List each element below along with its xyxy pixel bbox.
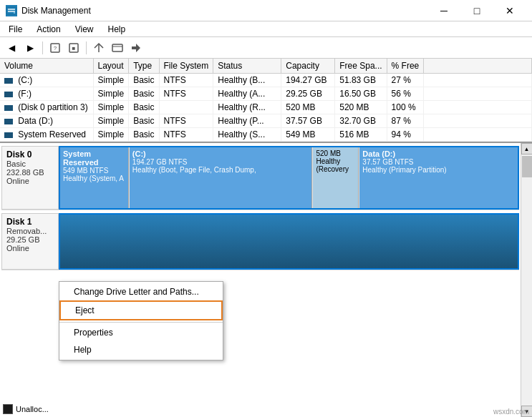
- disk1-label: Disk 1 Removab... 29.25 GB Online: [1, 213, 59, 270]
- scrollbar[interactable]: ▲ ▼: [521, 143, 532, 417]
- svg-rect-8: [112, 44, 122, 51]
- disk0-row: Disk 0 Basic 232.88 GB Online System Res…: [1, 146, 519, 210]
- part-d-name: Data (D:): [362, 149, 515, 158]
- cell-free: 51.83 GB: [335, 74, 387, 87]
- cell-status: Healthy (S...: [213, 128, 281, 142]
- table-row[interactable]: (C:) Simple Basic NTFS Healthy (B... 194…: [0, 74, 532, 87]
- part-sysreserved-name: System Reserved: [63, 149, 125, 167]
- cell-extra: [424, 114, 532, 128]
- toolbar-btn1[interactable]: ?: [47, 39, 64, 57]
- disk0-name: Disk 0: [6, 149, 54, 160]
- disk1-status: Online: [6, 244, 54, 252]
- ctx-eject[interactable]: Eject: [59, 300, 223, 320]
- disk0-label: Disk 0 Basic 232.88 GB Online: [1, 146, 59, 210]
- col-capacity[interactable]: Capacity: [281, 59, 335, 74]
- toolbar-btn4[interactable]: [109, 39, 126, 57]
- disk1-type: Removab...: [6, 227, 54, 235]
- scroll-thumb[interactable]: [522, 156, 532, 177]
- ctx-properties[interactable]: Properties: [59, 324, 223, 341]
- ctx-help[interactable]: Help: [59, 341, 223, 358]
- part-c-size: 194.27 GB NTFS: [132, 158, 309, 166]
- cell-status: Healthy (B...: [213, 74, 281, 87]
- part-sysreserved-status: Healthy (System, A: [63, 175, 125, 182]
- partition-d[interactable]: Data (D:) 37.57 GB NTFS Healthy (Primary…: [359, 147, 518, 208]
- cell-extra: [424, 74, 532, 87]
- cell-pct: 27 %: [387, 74, 424, 87]
- toolbar-btn5[interactable]: [127, 39, 145, 57]
- menu-action[interactable]: Action: [31, 23, 66, 36]
- legend-area: Unalloc...: [3, 404, 49, 414]
- maximize-button[interactable]: □: [460, 0, 493, 21]
- part-c-name: (C:): [132, 149, 309, 158]
- disk1-size: 29.25 GB: [6, 235, 54, 244]
- col-volume[interactable]: Volume: [0, 59, 93, 74]
- cell-type: Basic: [129, 101, 159, 114]
- unallocated-legend-box: [3, 404, 13, 414]
- partition-recovery[interactable]: 520 MB Healthy (Recovery: [313, 147, 359, 208]
- cell-type: Basic: [129, 128, 159, 142]
- cell-volume: (F:): [0, 87, 93, 101]
- partition-sysreserved[interactable]: System Reserved 549 MB NTFS Healthy (Sys…: [60, 147, 129, 208]
- table-row[interactable]: (Disk 0 partition 3) Simple Basic Health…: [0, 101, 532, 114]
- col-type[interactable]: Type: [129, 59, 159, 74]
- col-extra: [424, 59, 532, 74]
- volumes-table: Volume Layout Type File System Status Ca…: [0, 59, 532, 142]
- cell-capacity: 37.57 GB: [281, 114, 335, 128]
- scroll-up[interactable]: ▲: [521, 143, 533, 154]
- svg-text:■: ■: [72, 45, 76, 51]
- disk-view-area: Disk 0 Basic 232.88 GB Online System Res…: [0, 143, 532, 417]
- menu-view[interactable]: View: [69, 23, 100, 36]
- scroll-track[interactable]: [521, 154, 533, 406]
- toolbar-forward[interactable]: ▶: [21, 39, 39, 57]
- cell-fs: NTFS: [159, 128, 213, 142]
- col-free[interactable]: Free Spa...: [335, 59, 387, 74]
- table-row[interactable]: (F:) Simple Basic NTFS Healthy (A... 29.…: [0, 87, 532, 101]
- title-bar-title: Disk Management: [21, 6, 91, 16]
- ctx-change-letter[interactable]: Change Drive Letter and Paths...: [59, 283, 223, 300]
- col-status[interactable]: Status: [213, 59, 281, 74]
- toolbar-sep1: [42, 41, 43, 54]
- cell-free: 32.70 GB: [335, 114, 387, 128]
- part-c-status: Healthy (Boot, Page File, Crash Dump,: [132, 166, 309, 174]
- disk0-size: 232.88 GB: [6, 168, 54, 177]
- toolbar-back[interactable]: ◀: [3, 39, 20, 57]
- cell-status: Healthy (R...: [213, 101, 281, 114]
- cell-layout: Simple: [93, 87, 129, 101]
- cell-extra: [424, 101, 532, 114]
- disk1-bar: [60, 215, 518, 268]
- toolbar-btn2[interactable]: ■: [65, 39, 82, 57]
- table-area: Volume Layout Type File System Status Ca…: [0, 59, 532, 143]
- disk0-status: Online: [6, 177, 54, 185]
- disk1-row: Disk 1 Removab... 29.25 GB Online Change…: [1, 213, 519, 270]
- cell-volume: System Reserved: [0, 128, 93, 142]
- cell-free: 16.50 GB: [335, 87, 387, 101]
- cell-layout: Simple: [93, 101, 129, 114]
- col-layout[interactable]: Layout: [93, 59, 129, 74]
- main-content: Volume Layout Type File System Status Ca…: [0, 59, 532, 417]
- menu-help[interactable]: Help: [102, 23, 132, 36]
- close-button[interactable]: ✕: [493, 0, 526, 21]
- cell-free: 520 MB: [335, 101, 387, 114]
- cell-layout: Simple: [93, 74, 129, 87]
- disk0-partitions: System Reserved 549 MB NTFS Healthy (Sys…: [59, 146, 519, 210]
- title-bar-left: Disk Management: [6, 5, 91, 16]
- minimize-button[interactable]: ─: [427, 0, 460, 21]
- cell-volume: Data (D:): [0, 114, 93, 128]
- toolbar-btn3[interactable]: [90, 39, 107, 57]
- toolbar-sep2: [86, 41, 87, 54]
- cell-extra: [424, 87, 532, 101]
- partition-c[interactable]: (C:) 194.27 GB NTFS Healthy (Boot, Page …: [130, 147, 313, 208]
- app-icon: [6, 5, 17, 16]
- table-row[interactable]: System Reserved Simple Basic NTFS Health…: [0, 128, 532, 142]
- disk1-partitions[interactable]: [59, 213, 519, 270]
- col-fs[interactable]: File System: [159, 59, 213, 74]
- menu-file[interactable]: File: [3, 23, 28, 36]
- part-sysreserved-size: 549 MB NTFS: [63, 167, 125, 175]
- cell-pct: 94 %: [387, 128, 424, 142]
- col-pct[interactable]: % Free: [387, 59, 424, 74]
- part-d-size: 37.57 GB NTFS: [362, 158, 515, 166]
- cell-layout: Simple: [93, 114, 129, 128]
- cell-status: Healthy (A...: [213, 87, 281, 101]
- table-row[interactable]: Data (D:) Simple Basic NTFS Healthy (P..…: [0, 114, 532, 128]
- cell-free: 516 MB: [335, 128, 387, 142]
